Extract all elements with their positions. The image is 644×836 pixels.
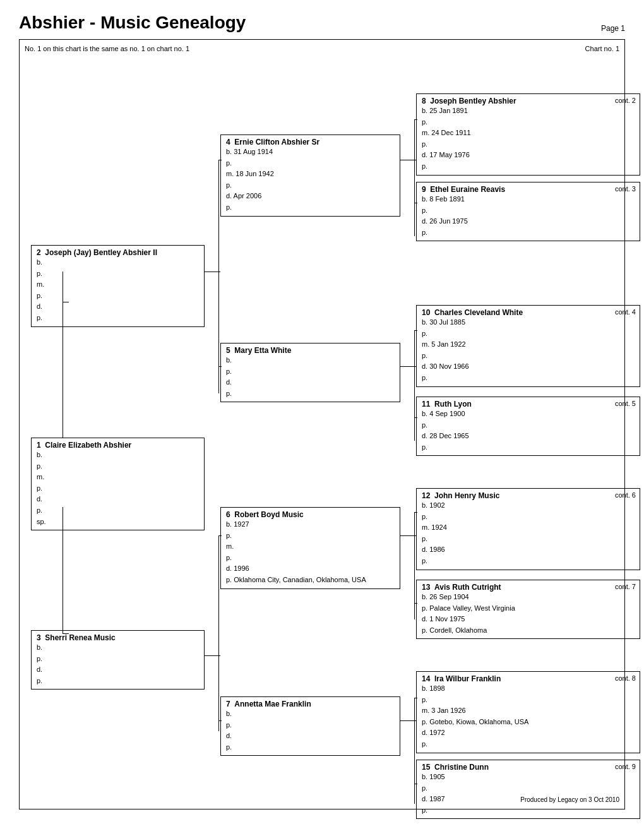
person-14-name: 14 Ira Wilbur Franklin xyxy=(422,674,635,683)
person-6-name: 6 Robert Boyd Music xyxy=(226,510,395,519)
page-title: Abshier - Music Genealogy xyxy=(19,13,246,33)
person-1-details: b. p. m. p. d. p. sp. xyxy=(37,450,199,527)
person-15-name: 15 Christine Dunn xyxy=(422,763,635,772)
person-4-name: 4 Ernie Clifton Abshier Sr xyxy=(226,138,395,146)
person-6-details: b. 1927 p. m. p. d. 1996 p. Oklahoma Cit… xyxy=(226,519,395,586)
line-p14-p15-v xyxy=(414,698,415,804)
person-13-cont: cont. 7 xyxy=(615,583,636,590)
chart-note: No. 1 on this chart is the same as no. 1… xyxy=(25,45,189,52)
line-to-p4 xyxy=(218,160,222,160)
line-p2-to-connector xyxy=(63,272,63,303)
chart-header: No. 1 on this chart is the same as no. 1… xyxy=(25,45,619,52)
person-9-name: 9 Ethel Euraine Reavis xyxy=(422,185,635,194)
person-2-name: 2 Joseph (Jay) Bentley Abshier II xyxy=(37,248,199,257)
line-to-p10 xyxy=(414,330,417,331)
person-5-name: 5 Mary Etta White xyxy=(226,346,395,355)
line-to-p5 xyxy=(218,366,222,367)
person-12-details: b. 1902 p. m. 1924 p. d. 1986 p. xyxy=(422,500,635,567)
line-to-p6 xyxy=(218,535,222,536)
person-3-details: b. p. d. p. xyxy=(37,642,199,686)
person-8-details: b. 25 Jan 1891 p. m. 24 Dec 1911 p. d. 1… xyxy=(422,105,635,172)
person-9-details: b. 8 Feb 1891 p. d. 26 Jun 1975 p. xyxy=(422,194,635,238)
person-1: 1 Claire Elizabeth Abshier b. p. m. p. d… xyxy=(31,438,205,530)
person-4-details: b. 31 Aug 1914 p. m. 18 Jun 1942 p. d. A… xyxy=(226,146,395,213)
line-p2-bottom xyxy=(63,302,69,302)
person-14-details: b. 1898 p. m. 3 Jan 1926 p. Gotebo, Kiow… xyxy=(422,683,635,750)
line-to-p11 xyxy=(414,417,417,418)
line-to-p15 xyxy=(414,784,417,784)
person-11: cont. 5 11 Ruth Lyon b. 4 Sep 1900 p. d.… xyxy=(416,397,640,456)
person-15-details: b. 1905 p. d. 1987 p. xyxy=(422,772,635,816)
person-7-name: 7 Annetta Mae Franklin xyxy=(226,700,395,708)
line-p1-to-p3-v xyxy=(63,507,63,633)
chart-container: No. 1 on this chart is the same as no. 1… xyxy=(19,39,625,809)
line-to-p9 xyxy=(414,203,417,203)
person-4: 4 Ernie Clifton Abshier Sr b. 31 Aug 191… xyxy=(220,134,400,217)
person-7: 7 Annetta Mae Franklin b. p. d. p. xyxy=(220,696,400,756)
person-10-cont: cont. 4 xyxy=(615,308,636,316)
line-to-p7 xyxy=(218,720,222,721)
person-2: 2 Joseph (Jay) Bentley Abshier II b. p. … xyxy=(31,245,205,327)
line-p3-right xyxy=(204,655,220,656)
person-10-name: 10 Charles Cleveland White xyxy=(422,308,635,317)
line-to-p8 xyxy=(414,119,417,120)
page-number: Page 1 xyxy=(601,24,625,33)
person-5: 5 Mary Etta White b. p. d. p. xyxy=(220,343,400,402)
person-13-details: b. 26 Sep 1904 p. Palace Valley, West Vi… xyxy=(422,592,635,636)
person-8-name: 8 Joseph Bentley Abshier xyxy=(422,97,635,105)
line-to-p12 xyxy=(414,512,417,513)
person-9: cont. 3 9 Ethel Euraine Reavis b. 8 Feb … xyxy=(416,182,640,241)
person-7-details: b. p. d. p. xyxy=(226,708,395,753)
person-9-cont: cont. 3 xyxy=(615,185,636,193)
line-p6-p7-v xyxy=(218,535,219,731)
page-header: Abshier - Music Genealogy Page 1 xyxy=(19,13,625,33)
line-to-p14 xyxy=(414,698,417,698)
line-p4-p5-v xyxy=(218,160,219,393)
chart-number: Chart no. 1 xyxy=(585,45,619,52)
line-p8-p9-v xyxy=(414,119,415,236)
person-11-details: b. 4 Sep 1900 p. d. 28 Dec 1965 p. xyxy=(422,409,635,453)
person-2-details: b. p. m. p. d. p. xyxy=(37,257,199,324)
person-13: cont. 7 13 Avis Ruth Cutright b. 26 Sep … xyxy=(416,580,640,639)
person-3-name: 3 Sherri Renea Music xyxy=(37,633,199,642)
chart-body: cont. 2 8 Joseph Bentley Abshier b. 25 J… xyxy=(25,59,619,791)
person-14-cont: cont. 8 xyxy=(615,674,636,682)
person-5-details: b. p. d. p. xyxy=(226,355,395,399)
line-p1-to-p2-v xyxy=(63,302,63,438)
person-8-cont: cont. 2 xyxy=(615,97,636,104)
person-8: cont. 2 8 Joseph Bentley Abshier b. 25 J… xyxy=(416,93,640,176)
person-11-cont: cont. 5 xyxy=(615,400,636,407)
person-1-name: 1 Claire Elizabeth Abshier xyxy=(37,441,199,450)
person-12: cont. 6 12 John Henry Music b. 1902 p. m… xyxy=(416,488,640,570)
person-13-name: 13 Avis Ruth Cutright xyxy=(422,583,635,592)
person-11-name: 11 Ruth Lyon xyxy=(422,400,635,409)
person-6: 6 Robert Boyd Music b. 1927 p. m. p. d. … xyxy=(220,507,400,589)
person-12-name: 12 John Henry Music xyxy=(422,491,635,500)
line-p3-top xyxy=(63,633,69,634)
person-14: cont. 8 14 Ira Wilbur Franklin b. 1898 p… xyxy=(416,671,640,753)
line-p10-p11-v xyxy=(414,330,415,441)
person-10: cont. 4 10 Charles Cleveland White b. 30… xyxy=(416,305,640,387)
person-12-cont: cont. 6 xyxy=(615,491,636,499)
line-to-p13 xyxy=(414,603,417,604)
person-15-cont: cont. 9 xyxy=(615,763,636,770)
person-15: cont. 9 15 Christine Dunn b. 1905 p. d. … xyxy=(416,760,640,819)
person-3: 3 Sherri Renea Music b. p. d. p. xyxy=(31,630,205,690)
person-8-name-text: Joseph Bentley Abshier xyxy=(430,97,516,105)
person-10-details: b. 30 Jul 1885 p. m. 5 Jan 1922 p. d. 30… xyxy=(422,317,635,384)
